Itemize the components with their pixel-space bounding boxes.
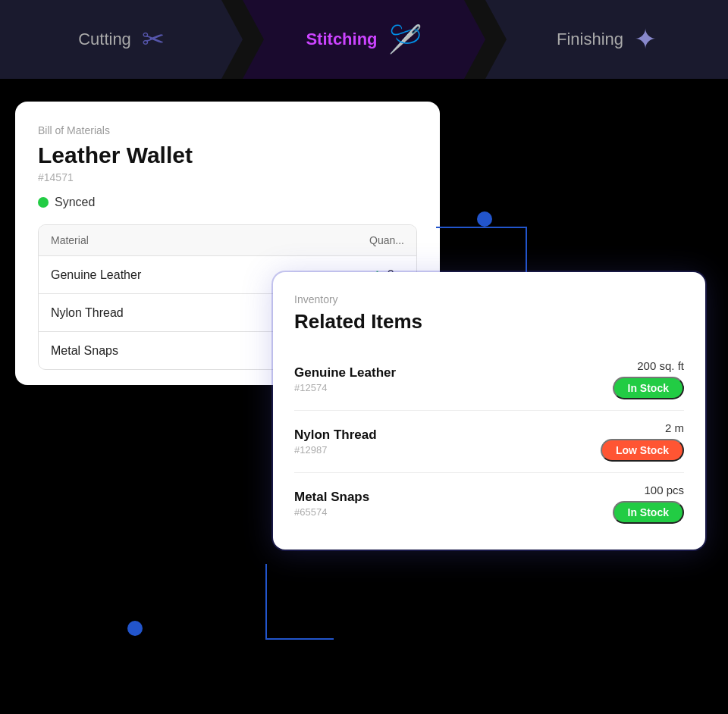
inventory-subtitle: Inventory bbox=[294, 293, 684, 305]
inventory-item-right: 100 pcs In Stock bbox=[613, 484, 684, 524]
in-stock-badge[interactable]: In Stock bbox=[613, 377, 684, 399]
connector-line-top bbox=[436, 227, 527, 272]
connector-dot-bottom bbox=[127, 621, 143, 636]
low-stock-badge[interactable]: Low Stock bbox=[601, 439, 684, 462]
thread-icon: 🪡 bbox=[388, 23, 422, 55]
pipeline-step-finishing[interactable]: Finishing ✦ bbox=[485, 0, 728, 79]
inventory-title: Related Items bbox=[294, 310, 684, 334]
material-name: Metal Snaps bbox=[51, 344, 287, 358]
col-material-header: Material bbox=[51, 234, 287, 246]
in-stock-badge[interactable]: In Stock bbox=[613, 501, 684, 524]
material-name: Genuine Leather bbox=[51, 268, 287, 282]
pipeline-step-cutting[interactable]: Cutting ✂ bbox=[0, 0, 243, 79]
scissors-icon: ✂ bbox=[142, 23, 165, 55]
inventory-item-quantity: 100 pcs bbox=[644, 484, 684, 496]
inventory-item-quantity: 200 sq. ft bbox=[637, 359, 684, 372]
sparkle-icon: ✦ bbox=[634, 23, 657, 55]
synced-dot bbox=[38, 197, 49, 208]
bom-subtitle: Bill of Materials bbox=[38, 124, 417, 136]
table-header: Material Quan... bbox=[39, 225, 416, 256]
inventory-item-name: Metal Snaps bbox=[294, 490, 613, 505]
inventory-item-name: Genuine Leather bbox=[294, 365, 613, 380]
finishing-label: Finishing bbox=[557, 30, 623, 49]
inventory-item: Genuine Leather #12574 200 sq. ft In Sto… bbox=[294, 349, 684, 411]
pipeline-step-stitching[interactable]: Stitching 🪡 bbox=[243, 0, 485, 79]
inventory-item-id: #12987 bbox=[294, 444, 601, 456]
inventory-item-name: Nylon Thread bbox=[294, 427, 601, 443]
synced-row: Synced bbox=[38, 196, 417, 209]
inventory-item-info: Genuine Leather #12574 bbox=[294, 365, 613, 393]
pipeline-bar: Cutting ✂ Stitching 🪡 Finishing ✦ bbox=[0, 0, 728, 79]
material-name: Nylon Thread bbox=[51, 306, 287, 320]
inventory-item-info: Metal Snaps #65574 bbox=[294, 490, 613, 518]
cutting-label: Cutting bbox=[78, 30, 131, 49]
col-quantity-header: Quan... bbox=[287, 234, 404, 246]
inventory-item-quantity: 2 m bbox=[665, 421, 684, 434]
bom-id: #14571 bbox=[38, 171, 417, 183]
content-area: Bill of Materials Leather Wallet #14571 … bbox=[0, 79, 728, 714]
inventory-item-id: #65574 bbox=[294, 506, 613, 518]
inventory-item: Nylon Thread #12987 2 m Low Stock bbox=[294, 411, 684, 473]
inventory-item: Metal Snaps #65574 100 pcs In Stock bbox=[294, 473, 684, 534]
inventory-card: Inventory Related Items Genuine Leather … bbox=[273, 272, 705, 550]
stitching-label: Stitching bbox=[306, 30, 377, 49]
inventory-item-id: #12574 bbox=[294, 382, 613, 393]
connector-line-bottom bbox=[265, 564, 334, 640]
inventory-item-info: Nylon Thread #12987 bbox=[294, 427, 601, 456]
inventory-item-right: 2 m Low Stock bbox=[601, 421, 684, 462]
bom-title: Leather Wallet bbox=[38, 142, 417, 168]
synced-label: Synced bbox=[55, 196, 95, 209]
inventory-item-right: 200 sq. ft In Stock bbox=[613, 359, 684, 399]
connector-dot-top bbox=[477, 211, 492, 227]
